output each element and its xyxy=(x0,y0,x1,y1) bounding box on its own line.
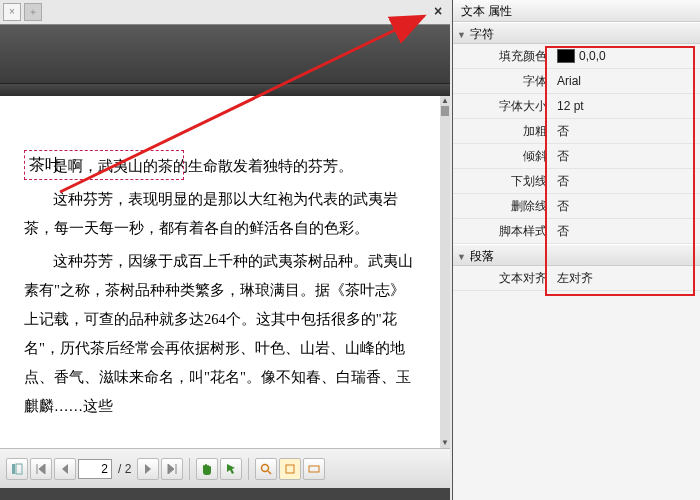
fit-width-icon xyxy=(308,463,320,475)
tab-close-left[interactable]: × xyxy=(3,3,21,21)
sidebar-icon xyxy=(11,463,23,475)
prop-value: 否 xyxy=(553,223,700,240)
paragraph: 这种芬芳，表现明显的是那以大红袍为代表的武夷岩茶，每一天每一秒，都有着各自的鲜活… xyxy=(24,185,416,243)
section-header-para[interactable]: ▼ 段落 xyxy=(453,244,700,266)
prop-value: 否 xyxy=(553,148,700,165)
prop-value: 否 xyxy=(553,173,700,190)
prop-underline[interactable]: 下划线 否 xyxy=(453,169,700,194)
properties-para-group: 文本对齐 左对齐 xyxy=(453,266,700,291)
document-chrome-strip xyxy=(0,84,450,96)
tab-new[interactable]: ＋ xyxy=(24,3,42,21)
color-swatch[interactable] xyxy=(557,49,575,63)
svg-rect-3 xyxy=(286,465,294,473)
text-edit-box[interactable]: 茶叶 xyxy=(24,150,184,180)
page-total-label: / 2 xyxy=(114,462,135,476)
panel-title: 文本 属性 xyxy=(453,0,700,22)
hand-icon xyxy=(200,462,214,476)
page-number-input[interactable] xyxy=(78,459,112,479)
prop-strike[interactable]: 删除线 否 xyxy=(453,194,700,219)
navigation-toolbar: / 2 xyxy=(0,448,450,488)
prop-value: 否 xyxy=(553,198,700,215)
properties-char-group: 填充颜色 0,0,0 字体 Arial 字体大小 12 pt 加粗 否 倾斜 否… xyxy=(453,44,700,244)
section-header-char[interactable]: ▼ 字符 xyxy=(453,22,700,44)
last-page-icon xyxy=(166,464,178,474)
collapse-icon: ▼ xyxy=(457,24,467,46)
svg-point-2 xyxy=(262,464,269,471)
prop-script[interactable]: 脚本样式 否 xyxy=(453,219,700,244)
chevron-left-icon xyxy=(60,464,70,474)
last-page-button[interactable] xyxy=(161,458,183,480)
prop-fill-color[interactable]: 填充颜色 0,0,0 xyxy=(453,44,700,69)
fit-icon xyxy=(284,463,296,475)
svg-rect-0 xyxy=(12,464,15,474)
prop-value: 否 xyxy=(553,123,700,140)
prop-value: Arial xyxy=(553,74,700,88)
section-label: 字符 xyxy=(470,27,494,41)
toolbar-divider xyxy=(189,458,190,480)
document-chrome xyxy=(0,24,450,84)
chevron-right-icon xyxy=(143,464,153,474)
first-page-icon xyxy=(35,464,47,474)
document-page: 是啊，武夷山的茶的生命散发着独特的芬芳。 这种芬芳，表现明显的是那以大红袍为代表… xyxy=(0,96,440,448)
fit-page-button[interactable] xyxy=(279,458,301,480)
prop-bold[interactable]: 加粗 否 xyxy=(453,119,700,144)
prop-text-align[interactable]: 文本对齐 左对齐 xyxy=(453,266,700,291)
magnifier-icon xyxy=(260,463,272,475)
hand-tool-button[interactable] xyxy=(196,458,218,480)
zoom-tool-button[interactable] xyxy=(255,458,277,480)
first-page-button[interactable] xyxy=(30,458,52,480)
fit-width-button[interactable] xyxy=(303,458,325,480)
select-tool-button[interactable] xyxy=(220,458,242,480)
show-sidebar-button[interactable] xyxy=(6,458,28,480)
svg-rect-1 xyxy=(16,464,22,474)
scroll-down-icon[interactable]: ▼ xyxy=(440,438,450,448)
section-label: 段落 xyxy=(470,249,494,263)
toolbar-divider xyxy=(248,458,249,480)
close-icon[interactable]: × xyxy=(430,4,446,20)
svg-rect-4 xyxy=(309,466,319,472)
prop-value: 左对齐 xyxy=(553,270,700,287)
prop-value: 0,0,0 xyxy=(579,49,606,63)
document-area: × ＋ × 是啊，武夷山的茶的生命散发着独特的芬芳。 这种芬芳，表现明显的是那以… xyxy=(0,0,450,500)
next-page-button[interactable] xyxy=(137,458,159,480)
prop-value: 12 pt xyxy=(553,99,700,113)
prop-font[interactable]: 字体 Arial xyxy=(453,69,700,94)
vertical-scrollbar[interactable]: ▲ ▼ xyxy=(440,96,450,448)
cursor-icon xyxy=(225,463,237,475)
collapse-icon: ▼ xyxy=(457,246,467,268)
scrollbar-thumb[interactable] xyxy=(441,106,449,116)
scroll-up-icon[interactable]: ▲ xyxy=(440,96,450,106)
properties-panel: 文本 属性 ▼ 字符 填充颜色 0,0,0 字体 Arial 字体大小 12 p… xyxy=(452,0,700,500)
prev-page-button[interactable] xyxy=(54,458,76,480)
tab-bar: × ＋ × xyxy=(0,0,450,24)
paragraph: 这种芬芳，因缘于成百上千种的武夷茶树品种。武夷山素有"之称，茶树品种种类繁多，琳… xyxy=(24,247,416,421)
prop-font-size[interactable]: 字体大小 12 pt xyxy=(453,94,700,119)
prop-italic[interactable]: 倾斜 否 xyxy=(453,144,700,169)
